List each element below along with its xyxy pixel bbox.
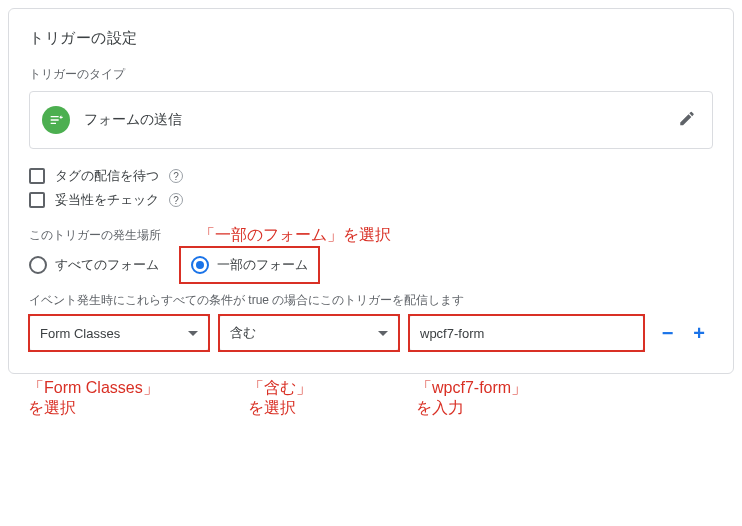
condition-variable-select[interactable]: Form Classes (29, 315, 209, 351)
help-icon[interactable]: ? (169, 193, 183, 207)
check-validation-checkbox[interactable] (29, 192, 45, 208)
condition-row: Form Classes 含む wpcf7-form − + (29, 315, 713, 351)
check-validation-label: 妥当性をチェック (55, 191, 159, 209)
radio-some-forms-label: 一部のフォーム (217, 256, 308, 274)
wait-for-tags-row: タグの配信を待つ ? (29, 167, 713, 185)
annotation-operator-text: 「含む」を選択 (248, 378, 368, 418)
condition-operator-select[interactable]: 含む (219, 315, 399, 351)
annotation-value-text: 「wpcf7-form」を入力 (416, 378, 596, 418)
chevron-down-icon (378, 331, 388, 336)
trigger-type-name: フォームの送信 (84, 111, 182, 129)
fires-on-label: このトリガーの発生場所 (29, 227, 713, 244)
fires-on-section: 「一部のフォーム」を選択 このトリガーの発生場所 すべてのフォーム 一部のフォー… (29, 227, 713, 278)
fires-on-radiogroup: すべてのフォーム 一部のフォーム (29, 252, 713, 278)
card-title: トリガーの設定 (29, 29, 713, 48)
pencil-icon (678, 110, 696, 128)
condition-value-text: wpcf7-form (420, 326, 484, 341)
add-condition-button[interactable]: + (689, 323, 709, 343)
condition-description: イベント発生時にこれらすべての条件が true の場合にこのトリガーを配信します (29, 292, 713, 309)
condition-row-wrap: Form Classes 含む wpcf7-form − + (29, 315, 713, 351)
bottom-annotations: 「Form Classes」を選択 「含む」を選択 「wpcf7-form」を入… (8, 374, 734, 434)
trigger-type-row: フォームの送信 (29, 91, 713, 149)
remove-condition-button[interactable]: − (658, 323, 678, 343)
check-validation-row: 妥当性をチェック ? (29, 191, 713, 209)
condition-add-remove: − + (654, 315, 713, 351)
radio-icon (191, 256, 209, 274)
wait-for-tags-label: タグの配信を待つ (55, 167, 159, 185)
radio-icon (29, 256, 47, 274)
condition-value-input[interactable]: wpcf7-form (409, 315, 644, 351)
wait-for-tags-checkbox[interactable] (29, 168, 45, 184)
condition-operator-value: 含む (230, 324, 256, 342)
condition-variable-value: Form Classes (40, 326, 120, 341)
trigger-config-card: トリガーの設定 トリガーのタイプ フォームの送信 タグの配信を待つ ? 妥当性を… (8, 8, 734, 374)
trigger-type-label: トリガーのタイプ (29, 66, 713, 83)
form-submit-icon (42, 106, 70, 134)
radio-all-forms[interactable]: すべてのフォーム (29, 256, 159, 274)
radio-some-forms[interactable]: 一部のフォーム (183, 252, 316, 278)
chevron-down-icon (188, 331, 198, 336)
annotation-form-classes-text: 「Form Classes」を選択 (28, 378, 228, 418)
help-icon[interactable]: ? (169, 169, 183, 183)
radio-all-forms-label: すべてのフォーム (55, 256, 159, 274)
edit-trigger-type-button[interactable] (672, 104, 702, 137)
